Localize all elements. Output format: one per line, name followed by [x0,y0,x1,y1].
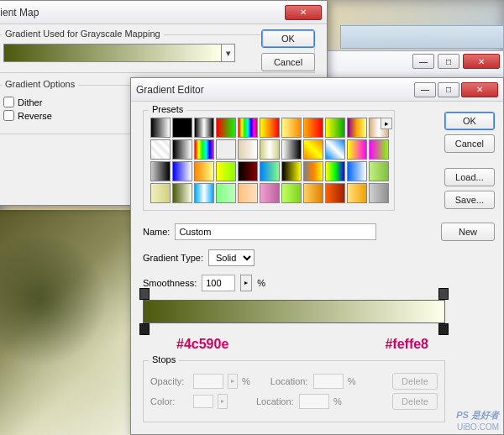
preset-swatch[interactable] [216,118,236,138]
gm-gradient-swatch[interactable] [3,44,222,62]
opacity-stop-right[interactable] [438,288,449,300]
preset-swatch[interactable] [238,183,258,203]
gm-mapping-label: Gradient Used for Grayscale Mapping [2,29,164,39]
preset-swatch[interactable] [281,183,302,203]
preset-swatch[interactable] [281,118,302,138]
preset-swatch[interactable] [369,139,389,160]
gm-options-label: Gradient Options [2,79,78,89]
gm-gradient-picker-arrow[interactable]: ▾ [222,44,235,62]
preset-swatch[interactable] [303,183,323,203]
gradient-map-close-button[interactable]: ✕ [285,5,322,20]
smoothness-label: Smoothness: [143,278,197,288]
preset-swatch[interactable] [303,139,323,160]
color-swatch [193,395,213,408]
ged-ok-button[interactable]: OK [444,112,495,130]
preset-swatch[interactable] [216,183,236,203]
presets-menu-arrow[interactable]: ▸ [381,118,392,129]
preset-swatch[interactable] [172,139,192,160]
reverse-checkbox-row[interactable]: Reverse [3,110,131,121]
preset-swatch[interactable] [194,139,214,160]
reverse-checkbox[interactable] [3,110,14,121]
opacity-stop-left[interactable] [139,288,150,300]
name-label: Name: [143,227,170,237]
preset-swatch[interactable] [325,183,345,203]
name-input[interactable] [175,223,376,240]
preset-swatch[interactable] [194,118,214,138]
preset-swatch[interactable] [172,118,192,138]
dither-label: Dither [18,97,42,107]
opacity-step: ▸ [228,374,238,389]
color-stop-right[interactable] [438,323,449,335]
preset-swatch[interactable] [281,139,302,160]
bgwin-close-button[interactable]: ✕ [463,54,500,69]
opacity-location-percent: % [348,376,356,386]
ged-close-button[interactable]: ✕ [461,82,498,97]
preset-swatch[interactable] [172,183,192,203]
preset-swatch[interactable] [238,161,258,181]
preset-swatch[interactable] [325,118,345,138]
presets-label: Presets [149,104,186,114]
preset-swatch[interactable] [194,161,214,181]
preset-swatch[interactable] [216,139,236,160]
smoothness-input[interactable] [202,275,235,291]
gm-cancel-button[interactable]: Cancel [261,53,315,71]
gradient-map-titlebar[interactable]: adient Map ✕ [0,1,327,24]
preset-swatch[interactable] [369,183,389,203]
dither-checkbox-row[interactable]: Dither [3,97,131,107]
preset-swatch[interactable] [216,161,236,181]
bgwin-minimize-button[interactable]: — [412,54,434,69]
color-location-label: Location: [256,396,295,406]
ged-cancel-button[interactable]: Cancel [444,134,495,153]
background-window-2 [340,25,504,49]
preset-swatch[interactable] [347,183,367,203]
opacity-delete-button: Delete [392,373,438,390]
reverse-label: Reverse [18,111,52,121]
preset-swatch[interactable] [347,118,367,138]
opacity-label: Opacity: [150,376,189,386]
preset-swatch[interactable] [303,118,323,138]
opacity-location-input [313,374,344,389]
preset-swatch[interactable] [238,118,258,138]
smoothness-unit: % [257,278,265,288]
preset-swatch[interactable] [150,161,171,181]
preset-swatch[interactable] [325,139,345,160]
preset-swatch[interactable] [325,161,345,181]
preset-swatch[interactable] [347,161,367,181]
presets-group: Presets ▸ [143,110,395,211]
preset-swatch[interactable] [194,183,214,203]
color-location-percent: % [333,396,342,406]
ged-maximize-button[interactable]: □ [438,82,459,97]
preset-swatch[interactable] [260,161,280,181]
gm-options-group: Gradient Options Dither Reverse [0,85,139,134]
preset-swatch[interactable] [172,161,192,181]
color-stop-left[interactable] [139,323,150,335]
dither-checkbox[interactable] [3,97,14,107]
smoothness-step-button[interactable]: ▸ [240,275,252,291]
ged-minimize-button[interactable]: — [414,82,436,97]
preset-swatch[interactable] [260,139,280,160]
preset-swatch[interactable] [150,183,171,203]
preset-swatch[interactable] [260,183,280,203]
preset-swatch[interactable] [369,161,389,181]
gradient-bar[interactable] [143,300,445,323]
gradient-editor-dialog: Gradient Editor — □ ✕ OK Cancel Load... … [130,77,504,435]
color-label: Color: [150,396,189,406]
gradient-type-select[interactable]: Solid [208,249,255,266]
preset-swatch[interactable] [238,139,258,160]
ged-new-button[interactable]: New [441,223,495,241]
preset-swatch[interactable] [260,118,280,138]
color-location-input [299,394,329,409]
preset-swatch[interactable] [281,161,302,181]
preset-swatch[interactable] [303,161,323,181]
gradient-map-title: adient Map [0,7,283,18]
preset-swatch[interactable] [150,118,171,138]
ged-save-button[interactable]: Save... [444,191,495,209]
preset-grid [150,118,387,203]
opacity-input [193,374,223,389]
gm-ok-button[interactable]: OK [261,29,315,48]
preset-swatch[interactable] [150,139,171,160]
gradient-editor-titlebar[interactable]: Gradient Editor — □ ✕ [131,78,503,102]
ged-load-button[interactable]: Load... [444,168,495,186]
preset-swatch[interactable] [347,139,367,160]
bgwin-maximize-button[interactable]: □ [438,54,459,69]
